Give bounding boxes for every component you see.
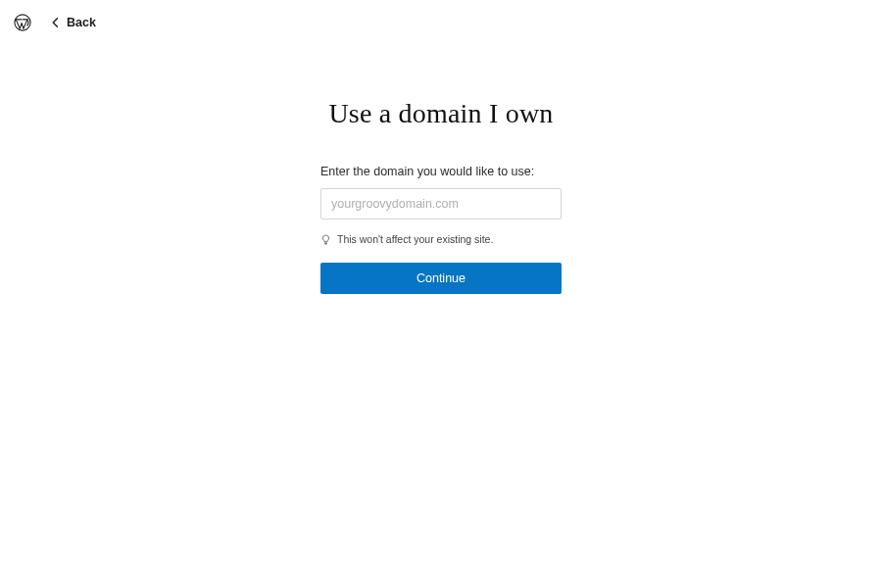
wordpress-logo-icon: [14, 14, 31, 31]
domain-input[interactable]: [320, 188, 562, 220]
lightbulb-icon: [320, 234, 331, 245]
hint-text: This won't affect your existing site.: [337, 233, 493, 245]
chevron-left-icon: [49, 16, 63, 29]
main-content: Use a domain I own Enter the domain you …: [320, 98, 562, 294]
back-button[interactable]: Back: [49, 16, 96, 29]
hint-row: This won't affect your existing site.: [320, 233, 562, 245]
back-label: Back: [67, 16, 96, 29]
continue-button[interactable]: Continue: [320, 263, 562, 294]
page-title: Use a domain I own: [320, 98, 562, 129]
domain-input-label: Enter the domain you would like to use:: [320, 165, 562, 178]
header: Back: [0, 0, 882, 45]
